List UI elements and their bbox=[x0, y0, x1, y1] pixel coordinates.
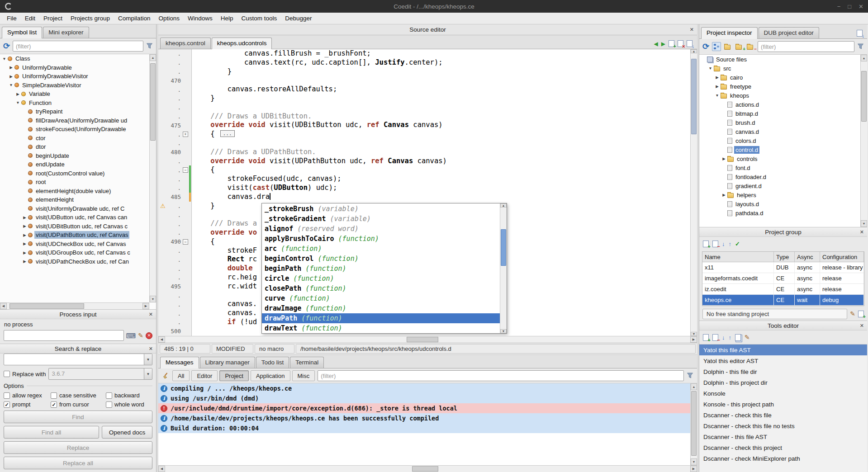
scroll-left-button[interactable]: ◀ bbox=[158, 336, 165, 343]
expand-arrow-icon[interactable]: ▶ bbox=[22, 259, 28, 264]
tool-item[interactable]: Dolphin - this file dir bbox=[699, 366, 867, 377]
scroll-track[interactable] bbox=[150, 61, 156, 296]
remove-project-icon[interactable] bbox=[712, 241, 718, 247]
editor-hscrollbar[interactable]: ◀ ▶ bbox=[158, 336, 697, 343]
messages-hscrollbar[interactable]: ◀ ▶ bbox=[158, 465, 697, 472]
menu-projects-group[interactable]: Projects group bbox=[66, 14, 114, 23]
project-row[interactable]: kheops.ceCEwaitdebug bbox=[702, 295, 864, 306]
completion-item[interactable]: alignof (reserved word) bbox=[262, 224, 500, 234]
tool-item[interactable]: Dscanner - check this file bbox=[699, 410, 867, 420]
previous-document-icon[interactable]: ◀ bbox=[654, 41, 658, 47]
send-input-icon[interactable]: ⌨ bbox=[126, 332, 136, 339]
replace-all-button[interactable]: Replace all bbox=[4, 457, 152, 469]
search-term-combo[interactable]: ▼ bbox=[4, 354, 152, 365]
symbol-tree-item[interactable]: strokeFocused(UniformlyDrawable bbox=[0, 125, 149, 134]
expand-arrow-icon[interactable]: ▼ bbox=[15, 100, 21, 105]
scroll-right-button[interactable]: ▶ bbox=[690, 466, 697, 472]
tool-item[interactable]: Yatol this editor AST bbox=[699, 355, 867, 366]
menu-file[interactable]: File bbox=[3, 14, 21, 23]
scroll-down-button[interactable]: ▼ bbox=[691, 332, 697, 336]
project-tree-item[interactable]: ▼kheops bbox=[699, 91, 860, 100]
code-line[interactable] bbox=[194, 139, 697, 148]
project-tree-item[interactable]: font.d bbox=[699, 163, 860, 172]
scroll-thumb[interactable] bbox=[691, 59, 697, 134]
scroll-track[interactable] bbox=[7, 303, 142, 309]
menu-custom-tools[interactable]: Custom tools bbox=[237, 14, 281, 23]
next-document-icon[interactable]: ▶ bbox=[661, 41, 665, 47]
menu-project[interactable]: Project bbox=[39, 14, 66, 23]
close-icon[interactable]: ✕ bbox=[860, 229, 864, 235]
scroll-thumb[interactable] bbox=[150, 63, 156, 141]
symbol-tree-item[interactable]: visit(UniformlyDrawable udc, ref C bbox=[0, 204, 149, 213]
editor-vscrollbar[interactable]: ▲ ▼ bbox=[690, 49, 697, 336]
chevron-down-icon[interactable]: ▼ bbox=[144, 368, 152, 379]
opened-docs-button[interactable]: Opened docs bbox=[102, 426, 152, 439]
dock-icon[interactable] bbox=[857, 30, 863, 37]
scroll-thumb[interactable] bbox=[9, 303, 84, 309]
code-line[interactable]: canvas.dra bbox=[194, 193, 697, 202]
symbol-filter-input[interactable] bbox=[13, 41, 143, 52]
close-document-icon[interactable] bbox=[678, 40, 683, 47]
menu-options[interactable]: Options bbox=[154, 14, 184, 23]
code-line[interactable]: { bbox=[194, 165, 697, 175]
menu-windows[interactable]: Windows bbox=[184, 14, 217, 23]
tab-dub-project-editor[interactable]: DUB project editor bbox=[759, 27, 819, 38]
expand-arrow-icon[interactable]: ▶ bbox=[721, 193, 727, 197]
code-editor[interactable]: ...470....475.+.480..−..485⚠....490−....… bbox=[158, 49, 697, 336]
tool-item[interactable]: Konsole - this project path bbox=[699, 399, 867, 410]
project-tree-vscrollbar[interactable]: ▲ ▼ bbox=[860, 55, 867, 227]
replace-with-combo[interactable]: 3.6.7 ▼ bbox=[48, 368, 152, 380]
checkbox-from-cursor[interactable]: ✓from cursor bbox=[51, 401, 106, 408]
message-filter-input[interactable] bbox=[318, 370, 684, 381]
filter-editor-button[interactable]: Editor bbox=[191, 370, 218, 381]
symbol-tree-item[interactable]: ▼SimpleDrawableVisitor bbox=[0, 81, 149, 90]
code-line[interactable]: {... bbox=[194, 130, 697, 139]
tool-item[interactable]: Konsole bbox=[699, 388, 867, 399]
fold-toggle-icon[interactable]: + bbox=[183, 132, 188, 137]
scroll-up-button[interactable]: ▲ bbox=[691, 49, 697, 53]
filter-funnel-icon[interactable] bbox=[687, 373, 693, 379]
scroll-down-button[interactable]: ▼ bbox=[861, 220, 867, 227]
project-tree-item[interactable]: ▶freetype bbox=[699, 82, 860, 91]
completion-item[interactable]: drawImage (function) bbox=[262, 303, 500, 313]
pin-input-icon[interactable]: ✎ bbox=[138, 332, 143, 339]
expand-arrow-icon[interactable]: ▶ bbox=[22, 233, 28, 237]
remove-folder-icon[interactable] bbox=[746, 44, 755, 50]
completion-item[interactable]: applyBrushToCairo (function) bbox=[262, 234, 500, 244]
tab-mini-explorer[interactable]: Mini explorer bbox=[43, 27, 89, 38]
document-list-icon[interactable] bbox=[687, 40, 693, 47]
expand-arrow-icon[interactable]: ▼ bbox=[707, 66, 713, 71]
symbol-tree-item[interactable]: fillDrawArea(UniformlyDrawable ud bbox=[0, 116, 149, 125]
symbol-tree-vscrollbar[interactable]: ▲ ▼ bbox=[149, 54, 156, 302]
expand-arrow-icon[interactable]: ▶ bbox=[714, 84, 720, 89]
completion-item[interactable]: closePath (function) bbox=[262, 283, 500, 293]
completion-item[interactable]: beginPath (function) bbox=[262, 264, 500, 274]
add-project-icon[interactable] bbox=[703, 241, 709, 247]
tab-symbol-list[interactable]: Symbol list bbox=[2, 27, 42, 38]
add-folder-icon[interactable] bbox=[735, 44, 744, 50]
tool-item[interactable]: Dscanner - check MiniExplorer path bbox=[699, 453, 867, 464]
async-mode-icon[interactable]: ✓ bbox=[735, 241, 740, 247]
expand-arrow-icon[interactable]: ▼ bbox=[714, 93, 720, 98]
message-row[interactable]: icompiling / ... /kheops/kheops.ce bbox=[158, 383, 690, 393]
project-tree-item[interactable]: brush.d bbox=[699, 118, 860, 127]
replace-with-checkbox[interactable]: Replace with bbox=[4, 371, 46, 378]
scroll-left-button[interactable]: ◀ bbox=[158, 466, 165, 472]
symbol-tree-item[interactable]: ▶Variable bbox=[0, 90, 149, 99]
symbol-tree-item[interactable]: ▶visit(UDCheckBox udc, ref Canvas bbox=[0, 240, 149, 249]
scroll-right-button[interactable]: ▶ bbox=[690, 336, 697, 343]
code-line[interactable]: canvas.text(rc, udc.caption[], Justify.c… bbox=[194, 58, 697, 67]
scroll-thumb[interactable] bbox=[412, 466, 438, 472]
scroll-track[interactable] bbox=[691, 390, 697, 458]
tool-item[interactable]: Dscanner - check this project bbox=[699, 442, 867, 453]
expand-arrow-icon[interactable]: ▶ bbox=[8, 74, 14, 79]
completion-item[interactable]: arc (function) bbox=[262, 244, 500, 254]
completion-item[interactable]: _strokeGradient (variable) bbox=[262, 214, 500, 224]
scroll-track[interactable] bbox=[165, 336, 690, 343]
completion-item[interactable]: _strokeBrush (variable) bbox=[262, 204, 500, 214]
fold-toggle-icon[interactable]: − bbox=[183, 239, 188, 245]
close-icon[interactable]: ✕ bbox=[149, 312, 153, 317]
expand-arrow-icon[interactable]: ▶ bbox=[22, 241, 28, 246]
expand-arrow-icon[interactable]: ▶ bbox=[721, 156, 727, 161]
completion-item[interactable]: beginControl (function) bbox=[262, 254, 500, 264]
